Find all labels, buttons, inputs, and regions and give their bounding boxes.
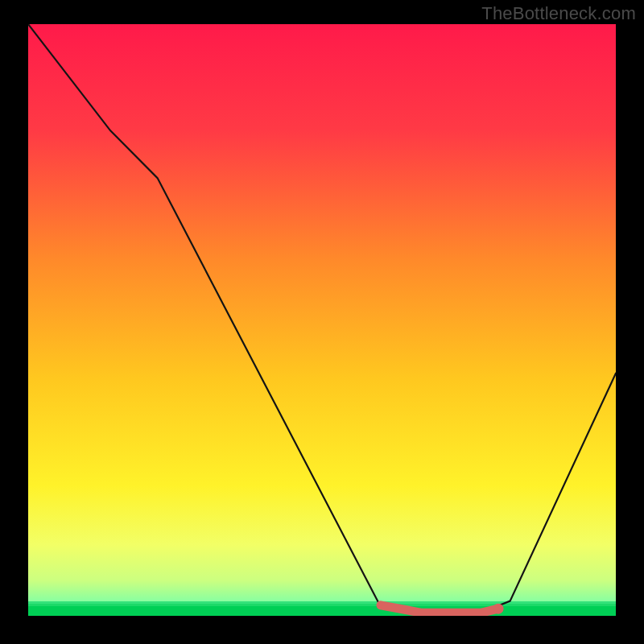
highlight-segment <box>381 605 498 613</box>
highlight-point <box>493 604 504 614</box>
watermark-text: TheBottleneck.com <box>481 3 636 24</box>
chart-curve <box>28 24 616 616</box>
bottleneck-curve-line <box>28 24 616 613</box>
plot-area <box>28 24 616 616</box>
